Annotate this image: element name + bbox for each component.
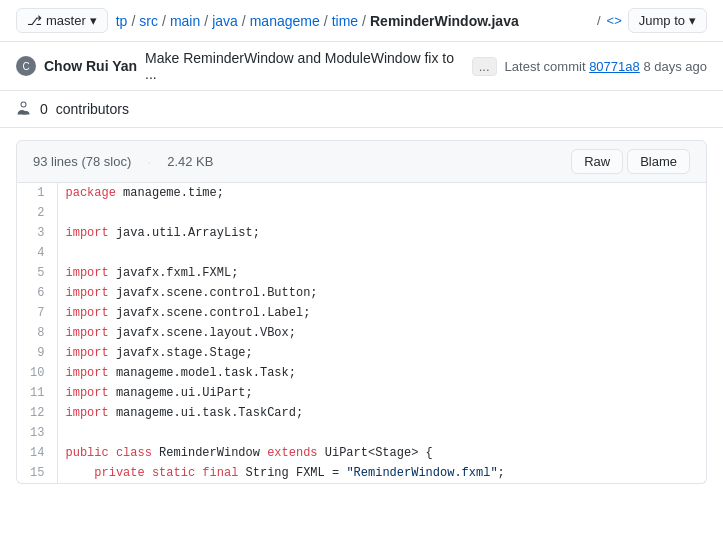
table-row: 15 private static final String FXML = "R… — [17, 463, 706, 483]
breadcrumb-link-java[interactable]: java — [212, 13, 238, 29]
table-row: 3import java.util.ArrayList; — [17, 223, 706, 243]
commit-age: 8 days ago — [643, 59, 707, 74]
breadcrumb-link-tp[interactable]: tp — [116, 13, 128, 29]
line-number: 2 — [17, 203, 57, 223]
raw-button[interactable]: Raw — [571, 149, 623, 174]
angle-brackets-icon: <> — [607, 13, 622, 28]
line-content: import javafx.scene.layout.VBox; — [57, 323, 706, 343]
file-info-bar: 93 lines (78 sloc) · 2.42 KB Raw Blame — [16, 140, 707, 183]
table-row: 14public class ReminderWindow extends Ui… — [17, 443, 706, 463]
table-row: 6import javafx.scene.control.Button; — [17, 283, 706, 303]
table-row: 7import javafx.scene.control.Label; — [17, 303, 706, 323]
line-number: 15 — [17, 463, 57, 483]
blame-button[interactable]: Blame — [627, 149, 690, 174]
jump-to-button[interactable]: Jump to ▾ — [628, 8, 707, 33]
table-row: 13 — [17, 423, 706, 443]
jump-to-label: Jump to — [639, 13, 685, 28]
line-content: import javafx.stage.Stage; — [57, 343, 706, 363]
line-number: 14 — [17, 443, 57, 463]
line-content: import manageme.model.task.Task; — [57, 363, 706, 383]
breadcrumb-link-src[interactable]: src — [139, 13, 158, 29]
table-row: 12import manageme.ui.task.TaskCard; — [17, 403, 706, 423]
line-number: 1 — [17, 183, 57, 203]
table-row: 10import manageme.model.task.Task; — [17, 363, 706, 383]
people-icon — [16, 101, 32, 117]
table-row: 8import javafx.scene.layout.VBox; — [17, 323, 706, 343]
commit-message: Make ReminderWindow and ModuleWindow fix… — [145, 50, 464, 82]
table-row: 9import javafx.stage.Stage; — [17, 343, 706, 363]
table-row: 4 — [17, 243, 706, 263]
line-number: 11 — [17, 383, 57, 403]
line-content: import java.util.ArrayList; — [57, 223, 706, 243]
breadcrumb-link-manageme[interactable]: manageme — [250, 13, 320, 29]
branch-selector[interactable]: ⎇ master ▾ — [16, 8, 108, 33]
code-table: 1package manageme.time;2 3import java.ut… — [17, 183, 706, 483]
line-number: 10 — [17, 363, 57, 383]
line-number: 9 — [17, 343, 57, 363]
table-row: 11import manageme.ui.UiPart; — [17, 383, 706, 403]
line-content — [57, 243, 706, 263]
contributors-count: 0 — [40, 101, 48, 117]
file-lines: 93 lines (78 sloc) — [33, 154, 131, 169]
line-number: 6 — [17, 283, 57, 303]
file-actions: Raw Blame — [571, 149, 690, 174]
line-content: import javafx.scene.control.Button; — [57, 283, 706, 303]
contributors-bar: 0 contributors — [0, 91, 723, 128]
code-area: 1package manageme.time;2 3import java.ut… — [16, 183, 707, 484]
commit-bar: C Chow Rui Yan Make ReminderWindow and M… — [0, 42, 723, 91]
line-number: 7 — [17, 303, 57, 323]
jump-to-chevron: ▾ — [689, 13, 696, 28]
line-number: 13 — [17, 423, 57, 443]
avatar: C — [16, 56, 36, 76]
line-number: 12 — [17, 403, 57, 423]
line-number: 4 — [17, 243, 57, 263]
line-content — [57, 203, 706, 223]
latest-commit-label: Latest commit — [505, 59, 586, 74]
line-number: 5 — [17, 263, 57, 283]
table-row: 2 — [17, 203, 706, 223]
line-content: private static final String FXML = "Remi… — [57, 463, 706, 483]
line-content: import javafx.scene.control.Label; — [57, 303, 706, 323]
breadcrumb-filename: ReminderWindow.java — [370, 13, 519, 29]
commit-dots-button[interactable]: ... — [472, 57, 497, 76]
chevron-down-icon: ▾ — [90, 13, 97, 28]
table-row: 5import javafx.fxml.FXML; — [17, 263, 706, 283]
line-content: package manageme.time; — [57, 183, 706, 203]
line-number: 8 — [17, 323, 57, 343]
breadcrumb-link-main[interactable]: main — [170, 13, 200, 29]
file-size: 2.42 KB — [167, 154, 213, 169]
line-content — [57, 423, 706, 443]
top-bar: ⎇ master ▾ tp / src / main / java / mana… — [0, 0, 723, 42]
branch-icon: ⎇ — [27, 13, 42, 28]
line-number: 3 — [17, 223, 57, 243]
line-content: import manageme.ui.task.TaskCard; — [57, 403, 706, 423]
commit-hash-info: Latest commit 80771a8 8 days ago — [505, 59, 707, 74]
line-content: public class ReminderWindow extends UiPa… — [57, 443, 706, 463]
line-content: import javafx.fxml.FXML; — [57, 263, 706, 283]
branch-name: master — [46, 13, 86, 28]
breadcrumb-link-time[interactable]: time — [332, 13, 358, 29]
line-content: import manageme.ui.UiPart; — [57, 383, 706, 403]
contributors-label: contributors — [56, 101, 129, 117]
table-row: 1package manageme.time; — [17, 183, 706, 203]
view-code-label: / — [597, 13, 601, 28]
breadcrumb: tp / src / main / java / manageme / time… — [116, 13, 589, 29]
commit-author[interactable]: Chow Rui Yan — [44, 58, 137, 74]
commit-hash-link[interactable]: 80771a8 — [589, 59, 640, 74]
